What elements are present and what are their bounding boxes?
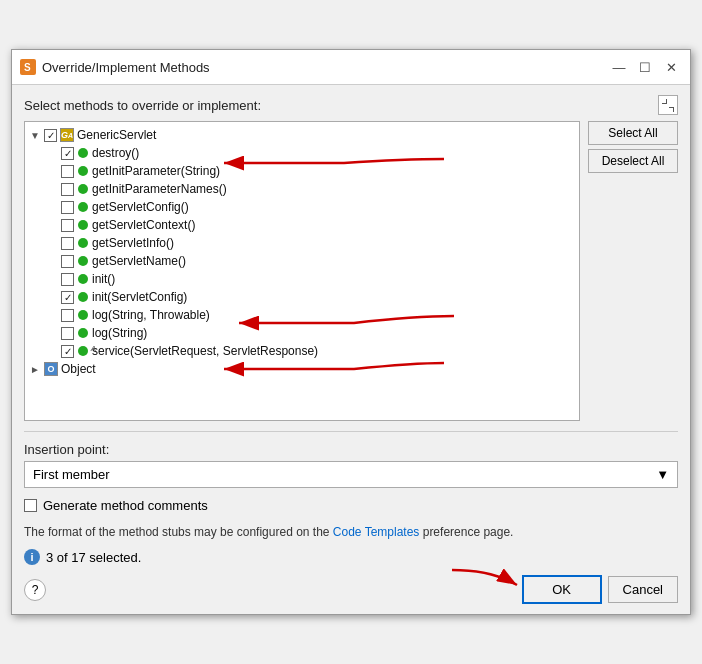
expand-collapse-icon[interactable] [658,95,678,115]
method-label-getservletconfig: getServletConfig() [92,200,189,214]
select-all-button[interactable]: Select All [588,121,678,145]
root-checkbox[interactable] [44,129,57,142]
method-icon-getservletconfig [78,202,88,212]
expand-icon-object[interactable]: ► [29,363,41,375]
tree-panel-container: ▼ GA GenericServlet destroy() [24,121,580,421]
checkbox-getservletcontext[interactable] [61,219,74,232]
checkbox-getservletinfo[interactable] [61,237,74,250]
tree-item-init[interactable]: init() [25,270,579,288]
dialog-body: Select methods to override or implement:… [12,85,690,614]
method-icon-log1 [78,310,88,320]
override-implement-dialog: S Override/Implement Methods — ☐ ✕ Selec… [11,49,691,615]
tree-item-log2[interactable]: log(String) [25,324,579,342]
method-label-getinitparameter: getInitParameter(String) [92,164,220,178]
dropdown-arrow-icon: ▼ [656,467,669,482]
sidebar-buttons: Select All Deselect All [588,121,678,173]
status-icon: i [24,549,40,565]
method-icon-getservletname [78,256,88,266]
checkbox-getservletname[interactable] [61,255,74,268]
insertion-point-dropdown[interactable]: First member ▼ [24,461,678,488]
app-icon: S [20,59,36,75]
method-icon-getinitparameternames [78,184,88,194]
tree-item-getservletname[interactable]: getServletName() [25,252,579,270]
class-icon-object: O [44,362,58,376]
method-label-log1: log(String, Throwable) [92,308,210,322]
code-templates-link[interactable]: Code Templates [333,525,420,539]
status-text: 3 of 17 selected. [46,550,141,565]
method-label-getservletinfo: getServletInfo() [92,236,174,250]
checkbox-service[interactable] [61,345,74,358]
info-text: The format of the method stubs may be co… [24,523,678,541]
tree-root-genericservlet[interactable]: ▼ GA GenericServlet [25,126,579,144]
tree-panel[interactable]: ▼ GA GenericServlet destroy() [24,121,580,421]
method-label-getservletname: getServletName() [92,254,186,268]
ok-button[interactable]: OK [522,575,602,604]
tree-item-getservletconfig[interactable]: getServletConfig() [25,198,579,216]
tree-item-destroy[interactable]: destroy() [25,144,579,162]
root-class-label: GenericServlet [77,128,156,142]
method-icon-service: A [78,346,88,356]
close-button[interactable]: ✕ [660,56,682,78]
generate-comments-row[interactable]: Generate method comments [24,498,678,513]
section-header: Select methods to override or implement: [24,95,678,115]
insertion-point-label: Insertion point: [24,442,678,457]
title-bar: S Override/Implement Methods — ☐ ✕ [12,50,690,85]
tree-item-getservletcontext[interactable]: getServletContext() [25,216,579,234]
class-icon-abstract: GA [60,128,74,142]
deselect-all-button[interactable]: Deselect All [588,149,678,173]
insertion-point-value: First member [33,467,110,482]
cancel-button[interactable]: Cancel [608,576,678,603]
checkbox-getinitparameter[interactable] [61,165,74,178]
method-label-service: service(ServletRequest, ServletResponse) [92,344,318,358]
method-label-destroy: destroy() [92,146,139,160]
minimize-button[interactable]: — [608,56,630,78]
method-icon-initservletconfig [78,292,88,302]
svg-rect-5 [673,107,674,112]
footer-row: ? OK Cancel [24,575,678,604]
checkbox-getinitparameternames[interactable] [61,183,74,196]
separator-1 [24,431,678,432]
tree-item-log1[interactable]: log(String, Throwable) [25,306,579,324]
method-icon-getservletcontext [78,220,88,230]
checkbox-log1[interactable] [61,309,74,322]
checkbox-destroy[interactable] [61,147,74,160]
ok-arrow-svg [442,565,522,605]
method-label-getinitparameternames: getInitParameterNames() [92,182,227,196]
checkbox-initservletconfig[interactable] [61,291,74,304]
info-text-before: The format of the method stubs may be co… [24,525,330,539]
section-label: Select methods to override or implement: [24,98,261,113]
method-icon-init [78,274,88,284]
method-label-init: init() [92,272,115,286]
insertion-section: Insertion point: First member ▼ [24,442,678,488]
tree-item-initservletconfig[interactable]: init(ServletConfig) [25,288,579,306]
collapse-icon[interactable]: ▼ [29,129,41,141]
object-class-label: Object [61,362,96,376]
method-label-log2: log(String) [92,326,147,340]
generate-comments-checkbox[interactable] [24,499,37,512]
tree-item-getinitparameternames[interactable]: getInitParameterNames() [25,180,579,198]
help-button[interactable]: ? [24,579,46,601]
method-label-initservletconfig: init(ServletConfig) [92,290,187,304]
method-label-getservletcontext: getServletContext() [92,218,195,232]
method-icon-getservletinfo [78,238,88,248]
checkbox-init[interactable] [61,273,74,286]
method-icon-log2 [78,328,88,338]
svg-text:S: S [24,62,31,73]
info-text-after: preference page. [423,525,514,539]
svg-rect-3 [666,99,667,104]
dialog-title: Override/Implement Methods [42,60,210,75]
checkbox-getservletconfig[interactable] [61,201,74,214]
tree-root-object[interactable]: ► O Object [25,360,579,378]
content-area: ▼ GA GenericServlet destroy() [24,121,678,421]
checkbox-log2[interactable] [61,327,74,340]
tree-item-getinitparameter[interactable]: getInitParameter(String) [25,162,579,180]
generate-comments-label: Generate method comments [43,498,208,513]
tree-item-getservletinfo[interactable]: getServletInfo() [25,234,579,252]
method-icon-getinitparameter [78,166,88,176]
status-row: i 3 of 17 selected. [24,549,678,565]
tree-item-service[interactable]: A service(ServletRequest, ServletRespons… [25,342,579,360]
maximize-button[interactable]: ☐ [634,56,656,78]
method-icon-destroy [78,148,88,158]
